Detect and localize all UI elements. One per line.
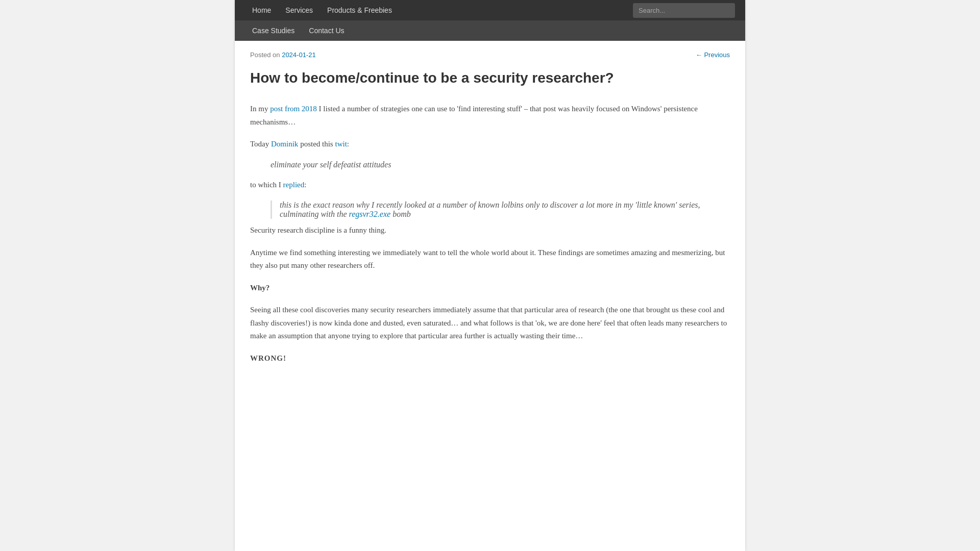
nav-link-contact[interactable]: Contact Us bbox=[302, 20, 351, 41]
site-wrapper: Home Services Products & Freebies Case S… bbox=[235, 0, 745, 551]
wrong-statement: WRONG! bbox=[250, 352, 730, 365]
paragraph-3: to which I replied: bbox=[250, 179, 730, 192]
paragraph-6: Seeing all these cool discoveries many s… bbox=[250, 304, 730, 343]
post-date: Posted on 2024-01-21 bbox=[250, 51, 316, 59]
regsvr32-link[interactable]: regsvr32.exe bbox=[349, 210, 391, 218]
post-meta: Posted on 2024-01-21 ← Previous bbox=[250, 51, 730, 59]
why-heading: Why? bbox=[250, 282, 730, 295]
dominik-link[interactable]: Dominik bbox=[271, 140, 298, 148]
nav-item-home[interactable]: Home bbox=[245, 0, 278, 20]
nav-item-services[interactable]: Services bbox=[278, 0, 320, 20]
search-input[interactable] bbox=[633, 3, 735, 18]
nav-item-contact[interactable]: Contact Us bbox=[302, 20, 351, 41]
post-title: How to become/continue to be a security … bbox=[250, 69, 730, 87]
post-content: In my post from 2018 I listed a number o… bbox=[250, 103, 730, 365]
post-nav-prev: ← Previous bbox=[696, 51, 730, 59]
nav-search-area bbox=[633, 3, 735, 18]
nav-link-case-studies[interactable]: Case Studies bbox=[245, 20, 302, 41]
nav-menu: Home Services Products & Freebies bbox=[245, 0, 399, 20]
prev-post-link[interactable]: ← Previous bbox=[696, 51, 730, 59]
sub-nav-menu: Case Studies Contact Us bbox=[245, 20, 352, 41]
nav-link-services[interactable]: Services bbox=[278, 0, 320, 20]
paragraph-1: In my post from 2018 I listed a number o… bbox=[250, 103, 730, 129]
post-from-2018-link[interactable]: post from 2018 bbox=[270, 105, 317, 113]
paragraph-5: Anytime we find something interesting we… bbox=[250, 246, 730, 272]
blockquote-1: eliminate your self defeatist attitudes bbox=[271, 160, 730, 169]
blockquote-2: this is the exact reason why I recently … bbox=[271, 201, 730, 219]
sub-nav: Case Studies Contact Us bbox=[235, 20, 745, 41]
paragraph-2: Today Dominik posted this twit: bbox=[250, 138, 730, 151]
nav-link-home[interactable]: Home bbox=[245, 0, 278, 20]
nav-item-case-studies[interactable]: Case Studies bbox=[245, 20, 302, 41]
content-area: Posted on 2024-01-21 ← Previous How to b… bbox=[235, 41, 745, 384]
post-date-link[interactable]: 2024-01-21 bbox=[282, 51, 316, 59]
main-nav: Home Services Products & Freebies bbox=[235, 0, 745, 20]
nav-link-products[interactable]: Products & Freebies bbox=[320, 0, 399, 20]
replied-link[interactable]: replied bbox=[283, 181, 305, 189]
twit-link[interactable]: twit bbox=[335, 140, 347, 148]
nav-item-products[interactable]: Products & Freebies bbox=[320, 0, 399, 20]
paragraph-4: Security research discipline is a funny … bbox=[250, 224, 730, 237]
